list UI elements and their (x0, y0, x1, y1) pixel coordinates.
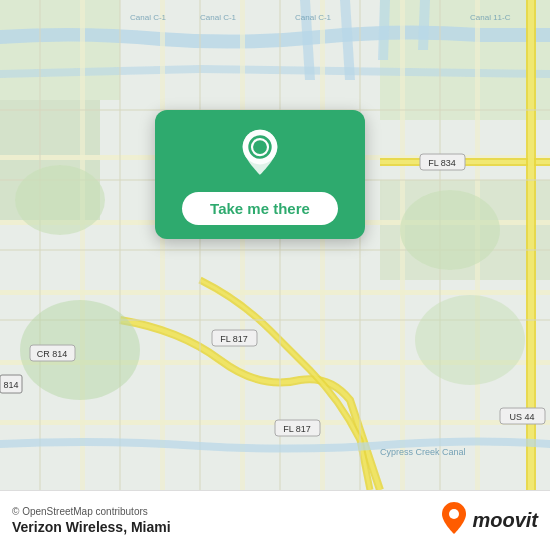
svg-text:Canal C-1: Canal C-1 (200, 13, 237, 22)
svg-point-52 (253, 140, 267, 154)
location-popup: Take me there (155, 110, 365, 239)
svg-text:Canal C-1: Canal C-1 (130, 13, 167, 22)
svg-rect-13 (320, 0, 325, 490)
svg-text:FL 834: FL 834 (428, 158, 456, 168)
location-pin-icon (234, 128, 286, 180)
moovit-text: moovit (472, 509, 538, 532)
svg-rect-11 (160, 0, 165, 490)
svg-text:CR 814: CR 814 (37, 349, 68, 359)
svg-point-32 (415, 295, 525, 385)
svg-point-54 (449, 509, 459, 519)
svg-rect-10 (80, 0, 85, 490)
svg-text:Canal 11-C: Canal 11-C (470, 13, 511, 22)
attribution-text: © OpenStreetMap contributors (12, 506, 171, 517)
map-view[interactable]: FL 817 FL 817 FL 834 CR 814 814 US 44 Cy… (0, 0, 550, 490)
svg-text:FL 817: FL 817 (283, 424, 311, 434)
moovit-logo[interactable]: moovit (440, 501, 538, 541)
bottom-bar: © OpenStreetMap contributors Verizon Wir… (0, 490, 550, 550)
svg-text:Cypress Creek Canal: Cypress Creek Canal (380, 447, 466, 457)
svg-point-30 (400, 190, 500, 270)
svg-rect-3 (380, 0, 550, 120)
moovit-pin-icon (440, 501, 468, 541)
svg-rect-1 (0, 0, 120, 100)
svg-point-31 (15, 165, 105, 235)
map-svg: FL 817 FL 817 FL 834 CR 814 814 US 44 Cy… (0, 0, 550, 490)
location-name: Verizon Wireless, Miami (12, 519, 171, 535)
svg-text:FL 817: FL 817 (220, 334, 248, 344)
svg-text:Canal C-1: Canal C-1 (295, 13, 332, 22)
svg-text:814: 814 (3, 380, 18, 390)
bottom-left-info: © OpenStreetMap contributors Verizon Wir… (12, 506, 171, 535)
svg-rect-12 (240, 0, 245, 490)
take-me-there-button[interactable]: Take me there (182, 192, 338, 225)
svg-text:US 44: US 44 (509, 412, 534, 422)
